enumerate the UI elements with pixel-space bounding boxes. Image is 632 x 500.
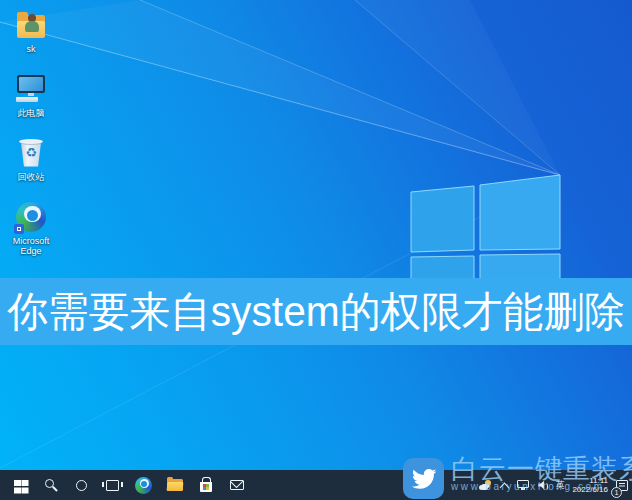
desktop-icon-edge[interactable]: Microsoft Edge (2, 200, 60, 257)
cortana-icon (76, 480, 87, 491)
twitter-bird-icon (411, 466, 437, 492)
file-explorer-button[interactable] (159, 470, 190, 500)
user-folder-icon (2, 8, 60, 42)
file-explorer-icon (167, 479, 183, 491)
task-view-icon (106, 480, 119, 491)
desktop-icon-this-pc[interactable]: 此电脑 (2, 72, 60, 118)
desktop-icon-label: 回收站 (2, 172, 60, 182)
edge-icon (2, 200, 60, 234)
watermark-logo (403, 458, 444, 499)
search-icon (45, 479, 54, 488)
desktop-icon-label: 此电脑 (2, 108, 60, 118)
edge-shortcut-badge (14, 224, 24, 234)
taskbar-buttons (4, 470, 252, 500)
edge-icon (135, 477, 152, 494)
store-button[interactable] (190, 470, 221, 500)
caption-banner: 你需要来自system的权限才能删除 (0, 278, 632, 345)
this-pc-icon (2, 72, 60, 106)
recycle-bin-icon: ♻ (2, 136, 60, 170)
windows-desktop: sk 此电脑 ♻ 回收站 Microsoft Edge 你需要来自system的… (0, 0, 632, 500)
caption-banner-text: 你需要来自system的权限才能删除 (7, 284, 625, 340)
edge-taskbar-button[interactable] (128, 470, 159, 500)
watermark-url: www.baiyunxitong.com (451, 481, 605, 492)
start-button[interactable] (4, 470, 35, 500)
mail-icon (230, 480, 244, 490)
desktop-icon-user-folder[interactable]: sk (2, 8, 60, 54)
search-button[interactable] (35, 470, 66, 500)
notification-badge: 1 (611, 487, 622, 498)
store-icon (200, 482, 212, 492)
desktop-icon-recycle-bin[interactable]: ♻ 回收站 (2, 136, 60, 182)
recycle-symbol: ♻ (16, 146, 46, 159)
task-view-button[interactable] (97, 470, 128, 500)
wallpaper-art (0, 0, 632, 500)
mail-button[interactable] (221, 470, 252, 500)
desktop-icon-label: sk (2, 44, 60, 54)
cortana-button[interactable] (66, 470, 97, 500)
desktop-icon-label: Microsoft Edge (2, 236, 60, 257)
windows-logo-icon (14, 480, 21, 487)
